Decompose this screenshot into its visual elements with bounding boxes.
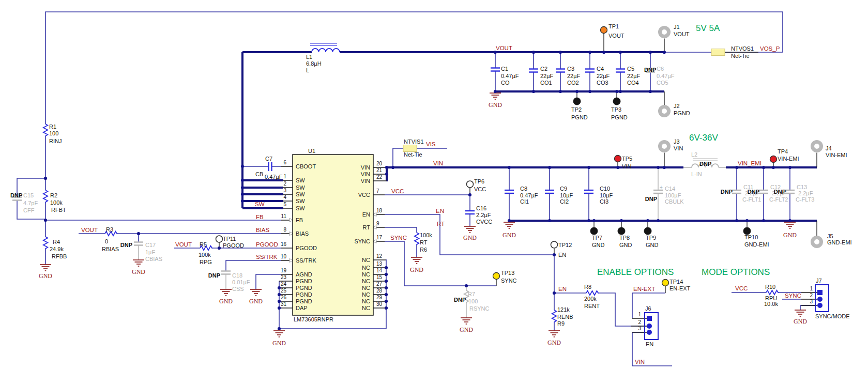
resistor-r9: 121k RENB R9: [552, 306, 573, 327]
dnp-flag: DNP: [644, 67, 656, 73]
testpoint-icon: [743, 227, 751, 235]
svg-text:TP1: TP1: [608, 23, 619, 29]
svg-text:27: 27: [376, 281, 383, 287]
svg-text:10.0k: 10.0k: [764, 301, 778, 307]
testpoint-tp14: TP14 EN-EXT: [662, 279, 691, 291]
svg-text:6.8µH: 6.8µH: [306, 60, 322, 67]
capacitor-icon: [759, 190, 768, 193]
jack-icon: [660, 28, 669, 37]
svg-text:CO1: CO1: [540, 80, 552, 86]
svg-text:GND: GND: [592, 242, 605, 248]
nettie-icon: [711, 49, 725, 56]
svg-text:PGND: PGND: [296, 285, 312, 291]
ic-u1: U1 LM73605RNPR 6 1 2 3 4 5 11 8 16 10 19…: [281, 148, 383, 322]
svg-text:28: 28: [376, 288, 383, 294]
svg-text:C16: C16: [476, 205, 486, 211]
testpoint-icon: [662, 280, 669, 286]
net-label-vis: VIS: [426, 141, 436, 147]
svg-text:4: 4: [283, 194, 286, 200]
svg-text:4.7pF: 4.7pF: [23, 200, 38, 206]
svg-text:R7: R7: [468, 291, 475, 297]
svg-text:SYNC: SYNC: [501, 278, 517, 284]
svg-text:PGND: PGND: [296, 291, 312, 298]
svg-text:PGND: PGND: [571, 114, 588, 120]
svg-text:22µF: 22µF: [627, 73, 641, 79]
svg-text:24: 24: [281, 281, 287, 287]
resistor-r5: R5 100k RPG: [199, 241, 212, 265]
svg-text:CBIAS: CBIAS: [145, 256, 162, 262]
testpoint-tp3: TP3 PGND: [611, 98, 628, 120]
pin2-circle-icon: [817, 297, 823, 302]
svg-text:TP5: TP5: [622, 156, 632, 162]
svg-text:TP9: TP9: [646, 235, 656, 241]
svg-text:23: 23: [281, 274, 287, 280]
resistor-icon: [586, 291, 599, 295]
resistor-r3: R3 0 RBIAS: [102, 226, 119, 252]
resistor-r4: R4 24.9k RFBB: [43, 237, 67, 259]
capacitor-icon: [505, 190, 514, 193]
testpoint-icon: [615, 156, 621, 162]
resistor-r1: R1 100 RINJ: [43, 124, 62, 144]
svg-text:GND: GND: [646, 242, 659, 248]
svg-text:5: 5: [283, 202, 286, 207]
svg-text:GND: GND: [39, 272, 52, 280]
svg-text:RENT: RENT: [584, 303, 600, 309]
svg-text:19: 19: [281, 268, 287, 273]
svg-text:SYNC: SYNC: [354, 238, 370, 244]
svg-text:NC: NC: [362, 278, 370, 284]
svg-text:PGOOD: PGOOD: [223, 242, 244, 249]
svg-text:VIN: VIN: [361, 178, 370, 184]
svg-text:0.47µF: 0.47µF: [501, 73, 519, 79]
svg-text:GND: GND: [132, 268, 145, 275]
gnd-icon: GND: [39, 265, 52, 280]
svg-text:C7: C7: [265, 156, 272, 162]
capacitor-icon: [545, 190, 554, 193]
testpoint-tp6: TP6 VCC: [467, 178, 486, 192]
svg-text:24.9k: 24.9k: [50, 246, 64, 252]
svg-text:TP4: TP4: [778, 148, 788, 155]
resistor-r6: 100k RT R6: [415, 232, 433, 253]
capacitor-icon: [732, 190, 741, 193]
svg-text:22: 22: [376, 174, 383, 180]
svg-text:0: 0: [105, 238, 108, 244]
testpoint-icon: [590, 227, 598, 235]
svg-text:J7: J7: [816, 278, 822, 284]
svg-text:CO: CO: [501, 80, 510, 86]
svg-text:L1: L1: [306, 54, 312, 60]
svg-text:1µF: 1µF: [145, 249, 155, 255]
svg-text:GND: GND: [619, 242, 632, 248]
net-label-en-divider: EN: [558, 286, 567, 292]
svg-text:7: 7: [376, 188, 379, 194]
svg-text:DAP: DAP: [296, 305, 308, 311]
inductor-icon: [312, 49, 340, 52]
dnp-flag: DNP: [748, 189, 759, 195]
svg-text:CO2: CO2: [567, 80, 579, 86]
svg-text:CVCC: CVCC: [476, 219, 492, 225]
capacitor-c17-dnp: DNP C17 1µF CBIAS: [120, 242, 162, 262]
svg-text:2: 2: [810, 292, 813, 298]
svg-text:17: 17: [376, 235, 383, 240]
annotation-output-rating: 5V 5A: [696, 23, 720, 33]
svg-text:RT: RT: [363, 224, 371, 230]
resistor-icon: [43, 124, 48, 136]
net-label-vout: VOUT: [496, 45, 512, 51]
svg-text:R10: R10: [765, 284, 775, 290]
gnd-icon: GND: [249, 289, 263, 305]
svg-text:J2: J2: [674, 103, 680, 109]
net-label-vin-emi: VIN_EMI: [738, 160, 762, 166]
net-label-en-ext: EN-EXT: [633, 286, 655, 292]
svg-text:R6: R6: [420, 247, 427, 253]
gnd-icon: GND: [272, 331, 286, 347]
svg-text:J1: J1: [674, 24, 680, 30]
capacitor-c18-dnp: DNP C18 0.01µF CSS: [208, 271, 250, 292]
net-label-bias: BIAS: [256, 227, 270, 233]
svg-text:VIN-EMI: VIN-EMI: [778, 156, 799, 162]
svg-text:13: 13: [376, 261, 383, 267]
svg-text:TP2: TP2: [571, 106, 582, 113]
svg-text:NC: NC: [362, 257, 370, 263]
capacitor-c9: C9 10µF CI2: [545, 186, 573, 205]
annotation-input-range: 6V-36V: [689, 133, 718, 143]
r1-alt: RINJ: [49, 138, 62, 144]
annotation-mode-options: MODE OPTIONS: [702, 267, 770, 277]
svg-text:Net-Tie: Net-Tie: [404, 151, 422, 158]
